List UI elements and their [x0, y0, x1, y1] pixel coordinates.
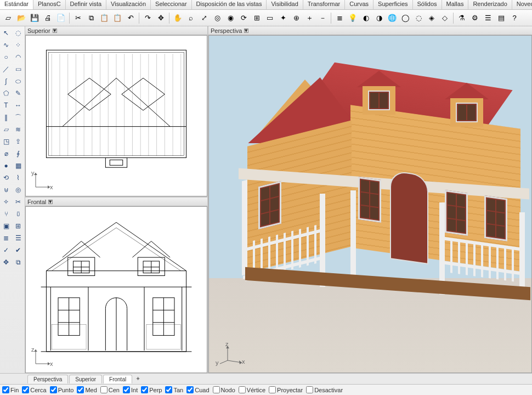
osnap-proyectar[interactable]: Proyectar	[269, 386, 303, 393]
category-tab-transformar[interactable]: Transformar	[303, 0, 346, 9]
osnap-proyectar-checkbox[interactable]	[269, 386, 276, 393]
light-icon[interactable]: 💡	[347, 12, 359, 24]
pan-icon[interactable]: ✋	[172, 12, 184, 24]
properties-tool[interactable]: ☰	[13, 233, 24, 244]
category-tab-definir-vista[interactable]: Definir vista	[66, 0, 106, 9]
category-tab-curvas[interactable]: Curvas	[345, 0, 373, 9]
osnap-nodo[interactable]: Nodo	[213, 386, 235, 393]
chevron-down-icon[interactable]: ▾	[53, 29, 57, 33]
explode-tool[interactable]: ✧	[1, 196, 12, 207]
check-tool[interactable]: ✔	[13, 245, 24, 256]
globe-wire-icon[interactable]: ◯	[399, 12, 411, 24]
copy-icon[interactable]: ⧉	[85, 12, 97, 24]
osnap-perp-checkbox[interactable]	[141, 386, 148, 393]
box-tool[interactable]: ◳	[1, 136, 12, 147]
boolean-tool[interactable]: ⊎	[1, 184, 12, 195]
osnap-desactivar-checkbox[interactable]	[306, 386, 313, 393]
category-tab-renderizado[interactable]: Renderizado	[468, 0, 512, 9]
osnap-cerca-checkbox[interactable]	[22, 386, 29, 393]
chevron-down-icon[interactable]: ▾	[244, 29, 248, 33]
layers-panel-icon[interactable]: ▤	[495, 12, 507, 24]
zoom-target-icon[interactable]: ⊕	[290, 12, 302, 24]
zoom-dynamic-icon[interactable]: ◎	[211, 12, 223, 24]
osnap-punto[interactable]: Punto	[50, 386, 74, 393]
text-tool[interactable]: T	[1, 100, 12, 111]
isolate-icon[interactable]: ◈	[426, 12, 438, 24]
category-tab-superficies[interactable]: Superficies	[373, 0, 412, 9]
join-tool[interactable]: ⩂	[13, 208, 24, 219]
category-tab-estándar[interactable]: Estándar	[0, 0, 33, 9]
add-viewport-tab[interactable]: ✦	[133, 375, 142, 382]
print-icon[interactable]: 🖨	[42, 12, 54, 24]
category-tab-visibilidad[interactable]: Visibilidad	[267, 0, 303, 9]
globe-ghost-icon[interactable]: ◌	[412, 12, 425, 24]
cylinder-tool[interactable]: ⌀	[1, 148, 12, 159]
surface-tool[interactable]: ▱	[1, 124, 12, 135]
point-grid-tool[interactable]: ⁘	[13, 40, 24, 50]
line-tool[interactable]: ／	[1, 64, 12, 75]
osnap-nodo-checkbox[interactable]	[213, 386, 220, 393]
polyline-tool[interactable]: ∿	[1, 40, 12, 50]
viewport-tab-frontal[interactable]: Frontal	[103, 375, 132, 383]
plane-icon[interactable]: ▭	[264, 12, 276, 24]
layer-icon[interactable]: ≣	[333, 12, 346, 24]
revolve-tool[interactable]: ⟲	[1, 172, 12, 183]
undo-icon[interactable]: ↶	[124, 12, 137, 24]
array-tool[interactable]: ⊞	[13, 221, 24, 232]
viewport-top-title[interactable]: Superior ▾	[25, 26, 207, 35]
category-tab-mallas[interactable]: Mallas	[442, 0, 469, 9]
category-tab-novedades-v5[interactable]: Novedades V5	[512, 0, 532, 9]
osnap-cuad-checkbox[interactable]	[186, 386, 194, 393]
viewport-perspective-title[interactable]: Perspectiva ▾	[208, 26, 532, 35]
polygon-tool[interactable]: ⬠	[1, 88, 12, 99]
viewport-tab-superior[interactable]: Superior	[69, 375, 102, 383]
zoom-extents-icon[interactable]: ⤢	[198, 12, 210, 24]
viewport-top-canvas[interactable]: x y	[25, 35, 207, 196]
osnap-fin-checkbox[interactable]	[2, 386, 9, 393]
paste-special-icon[interactable]: 📋	[111, 12, 123, 24]
layer-tool-tool[interactable]: ≣	[1, 233, 12, 244]
osnap-cerca[interactable]: Cerca	[22, 386, 46, 393]
offset-tool[interactable]: ‖	[1, 112, 12, 123]
paste-icon[interactable]: 📋	[98, 12, 110, 24]
category-tab-sólidos[interactable]: Sólidos	[413, 0, 442, 9]
new-icon[interactable]: ▱	[2, 12, 14, 24]
cut-icon[interactable]: ✂	[72, 12, 84, 24]
osnap-int[interactable]: Int	[123, 386, 138, 393]
dimension-tool[interactable]: ↔	[13, 100, 24, 111]
osnap-int-checkbox[interactable]	[123, 386, 130, 393]
save-icon[interactable]: 💾	[29, 12, 41, 24]
curve-tool[interactable]: ∫	[1, 76, 12, 87]
copy-tool-tool[interactable]: ⧉	[13, 257, 24, 268]
osnap-vértice-checkbox[interactable]	[239, 386, 246, 393]
chevron-down-icon[interactable]: ▾	[48, 200, 53, 204]
viewport-front-title[interactable]: Frontal ▾	[25, 198, 207, 206]
viewport-tab-perspectiva[interactable]: Perspectiva	[27, 375, 68, 383]
trim-tool[interactable]: ✂	[13, 196, 24, 207]
extrude-tool[interactable]: ⇪	[13, 136, 24, 147]
sphere-tool[interactable]: ●	[1, 160, 12, 171]
category-tab-visualización[interactable]: Visualización	[106, 0, 151, 9]
category-tab-planosc[interactable]: PlanosC	[33, 0, 66, 9]
render-icon[interactable]: ◐	[360, 12, 372, 24]
osnap-tan-checkbox[interactable]	[165, 386, 172, 393]
osnap-med-checkbox[interactable]	[77, 386, 84, 393]
osnap-perp[interactable]: Perp	[141, 386, 162, 393]
circle-tool[interactable]: ○	[1, 52, 12, 63]
osnap-cen[interactable]: Cen	[100, 386, 120, 393]
help-icon[interactable]: ?	[508, 12, 520, 24]
ellipse-tool[interactable]: ⬭	[13, 76, 24, 87]
arc-tool[interactable]: ◠	[13, 52, 24, 63]
pointer-tool[interactable]: ↖	[1, 27, 12, 38]
zoom-window-icon[interactable]: ⌕	[185, 12, 197, 24]
mesh-tool[interactable]: ▦	[13, 160, 24, 171]
osnap-cen-checkbox[interactable]	[100, 386, 107, 393]
viewport-perspective-canvas[interactable]: x z y	[208, 35, 532, 373]
sweep-tool[interactable]: ∮	[13, 148, 24, 159]
category-tab-disposición-de-las-vistas[interactable]: Disposición de las vistas	[192, 0, 267, 9]
fillet-tool[interactable]: ⌒	[13, 112, 24, 123]
group-tool[interactable]: ▣	[1, 221, 12, 232]
gear-icon[interactable]: ⚙	[469, 12, 481, 24]
open-icon[interactable]: 📂	[15, 12, 27, 24]
move-tool-tool[interactable]: ✥	[1, 257, 12, 268]
